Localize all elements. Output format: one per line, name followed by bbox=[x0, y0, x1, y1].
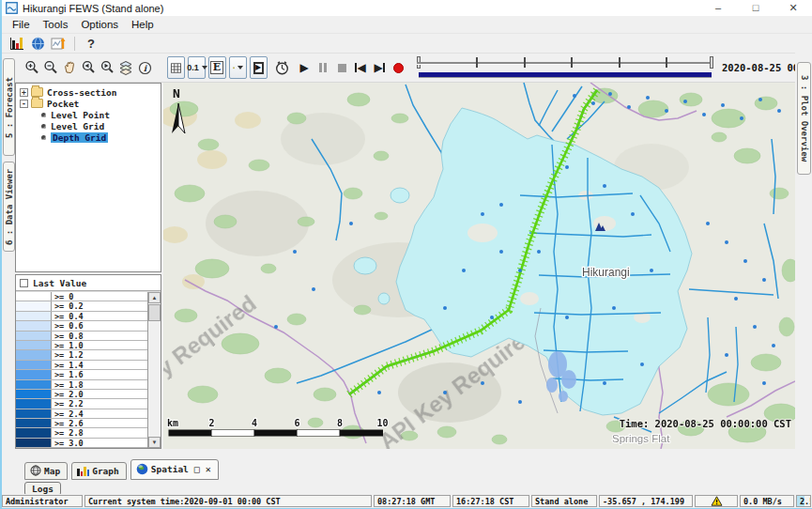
legend-row-label: >= 3.0 bbox=[52, 439, 147, 447]
tab-maximize-icon[interactable]: □ bbox=[194, 464, 200, 474]
legend-color-swatch bbox=[16, 439, 52, 447]
svg-text:10: 10 bbox=[376, 418, 388, 428]
status-mode: Stand alone bbox=[531, 495, 597, 507]
status-warning-indicator[interactable] bbox=[695, 495, 738, 507]
step-back-icon: ◀ bbox=[357, 62, 365, 73]
tree-node-level-grid[interactable]: Level Grid bbox=[16, 120, 161, 131]
legend-row-label: >= 1.6 bbox=[52, 370, 147, 378]
timeline-slider[interactable] bbox=[417, 55, 713, 80]
zoom-previous-icon[interactable] bbox=[80, 56, 98, 79]
menu-item[interactable]: Help bbox=[125, 18, 161, 31]
zoom-out-icon[interactable] bbox=[42, 56, 60, 79]
legend-row: >= 1.0 bbox=[16, 341, 147, 350]
info-icon[interactable]: i bbox=[136, 56, 154, 79]
timeseries-display-icon[interactable] bbox=[48, 35, 69, 52]
tab-close-icon[interactable]: ✕ bbox=[206, 464, 211, 474]
bullet-icon bbox=[41, 135, 46, 140]
timeline-tick bbox=[666, 57, 667, 68]
tab-plot-overview[interactable]: 3 : Plot Overview bbox=[797, 62, 811, 175]
tab-graph[interactable]: Graph bbox=[71, 462, 127, 480]
collapse-icon[interactable]: - bbox=[20, 100, 28, 108]
tab-spatial[interactable]: Spatial □ ✕ bbox=[130, 459, 219, 480]
scroll-up-button[interactable]: ▲ bbox=[148, 292, 161, 303]
grid-display-button[interactable] bbox=[167, 56, 185, 79]
bullet-icon bbox=[41, 124, 46, 129]
classification-dropdown[interactable]: 0.1 bbox=[188, 56, 206, 79]
record-button[interactable] bbox=[390, 56, 407, 79]
spatial-map-view[interactable]: API Key Required API Key Required bbox=[163, 83, 795, 449]
bottom-tab-bar: Map Graph Spatial □ ✕ bbox=[15, 456, 222, 480]
legend-row: >= 1.2 bbox=[16, 350, 147, 360]
label-toggle-button[interactable]: E bbox=[208, 56, 226, 79]
menu-item[interactable]: Options bbox=[74, 18, 125, 31]
svg-text:4: 4 bbox=[252, 418, 257, 428]
memory-label: 2.5 GB bbox=[800, 497, 811, 506]
play-button[interactable]: ▶ bbox=[296, 56, 314, 79]
tab-spatial-label: Spatial bbox=[151, 464, 189, 474]
maximize-button[interactable]: □ bbox=[737, 0, 774, 16]
tab-data-viewer[interactable]: 6 : Data Viewer bbox=[3, 162, 15, 252]
timeline-tick bbox=[571, 57, 573, 68]
legend-row-label: >= 0 bbox=[52, 292, 147, 301]
legend-row: >= 0.2 bbox=[16, 301, 147, 311]
minimize-button[interactable]: – bbox=[699, 0, 737, 16]
menu-item[interactable]: Tools bbox=[37, 18, 75, 31]
scroll-thumb[interactable] bbox=[148, 304, 161, 321]
legend-color-swatch bbox=[16, 361, 52, 369]
legend-color-swatch bbox=[16, 341, 52, 349]
tree-node-pocket[interactable]: - Pocket bbox=[16, 98, 161, 109]
legend-row: >= 2.4 bbox=[16, 409, 147, 419]
legend-row: >= 1.6 bbox=[16, 370, 147, 379]
scroll-down-button[interactable]: ▼ bbox=[148, 437, 161, 448]
bar-chart-icon bbox=[77, 466, 89, 476]
tree-node-level-point[interactable]: Level Point bbox=[16, 109, 161, 120]
legend-color-swatch bbox=[16, 292, 52, 301]
zoom-in-icon[interactable] bbox=[23, 56, 41, 79]
pause-button[interactable] bbox=[314, 56, 332, 79]
legend-color-swatch bbox=[16, 428, 52, 437]
tree-node-depth-grid[interactable]: Depth Grid bbox=[16, 131, 161, 143]
explorer-chart-icon[interactable] bbox=[7, 35, 27, 52]
step-forward-button[interactable]: ▶ bbox=[371, 56, 389, 79]
tree-node-label-selected[interactable]: Depth Grid bbox=[51, 132, 108, 143]
timeline-period-bar bbox=[419, 72, 712, 77]
timeline-right-handle[interactable] bbox=[710, 56, 713, 69]
tree-node-label[interactable]: Level Grid bbox=[51, 121, 104, 131]
tab-forecast[interactable]: 5 : Forecast bbox=[3, 58, 15, 156]
last-value-option[interactable]: Last Value bbox=[16, 275, 161, 291]
classification-value: 0.1 bbox=[187, 63, 199, 72]
layers-icon[interactable] bbox=[117, 56, 135, 79]
step-back-button[interactable]: ◀ bbox=[352, 56, 370, 79]
legend-row-label: >= 0.6 bbox=[52, 321, 147, 330]
tree-node-label[interactable]: Pocket bbox=[47, 99, 79, 109]
stop-button[interactable] bbox=[333, 56, 351, 79]
legend-scrollbar[interactable]: ▲ ▼ bbox=[148, 292, 161, 448]
warning-threshold-dropdown[interactable] bbox=[229, 56, 247, 79]
tree-node-label[interactable]: Level Point bbox=[51, 110, 110, 120]
animation-timer-icon[interactable] bbox=[273, 56, 291, 79]
tab-graph-label: Graph bbox=[92, 466, 119, 476]
help-button[interactable]: ? bbox=[81, 35, 101, 52]
close-button[interactable]: ✕ bbox=[774, 0, 812, 16]
legend-row-label: >= 2.2 bbox=[52, 399, 147, 408]
left-dock-strip: 5 : Forecast 6 : Data Viewer bbox=[2, 54, 15, 495]
map-canvas[interactable]: API Key Required API Key Required bbox=[163, 83, 795, 449]
menu-item[interactable]: File bbox=[6, 18, 37, 31]
svg-text:8: 8 bbox=[337, 418, 343, 428]
legend-panel: Last Value >= 0 >= 0.2 bbox=[15, 274, 161, 449]
tab-map[interactable]: Map bbox=[24, 462, 68, 480]
legend-row-label: >= 0.4 bbox=[52, 312, 147, 320]
zoom-next-icon[interactable] bbox=[99, 56, 116, 79]
map-toolbar: i 0.1 E ▶ ▶ ◀ ▶ 2020-08-25 00:00:00 CST bbox=[2, 53, 812, 83]
warning-triangle-icon bbox=[233, 61, 235, 74]
globe-map-icon[interactable] bbox=[27, 35, 48, 52]
expand-icon[interactable]: + bbox=[20, 88, 28, 97]
animation-panel-button[interactable]: ▶ bbox=[250, 56, 268, 79]
toolbar-separator bbox=[74, 37, 75, 51]
pan-hand-icon[interactable] bbox=[61, 56, 79, 79]
legend-row-label: >= 0.2 bbox=[52, 301, 147, 310]
tab-map-label: Map bbox=[44, 466, 60, 476]
last-value-checkbox[interactable] bbox=[20, 279, 28, 287]
bar-icon bbox=[383, 63, 385, 72]
tree-node-label[interactable]: Cross-section bbox=[47, 87, 116, 98]
